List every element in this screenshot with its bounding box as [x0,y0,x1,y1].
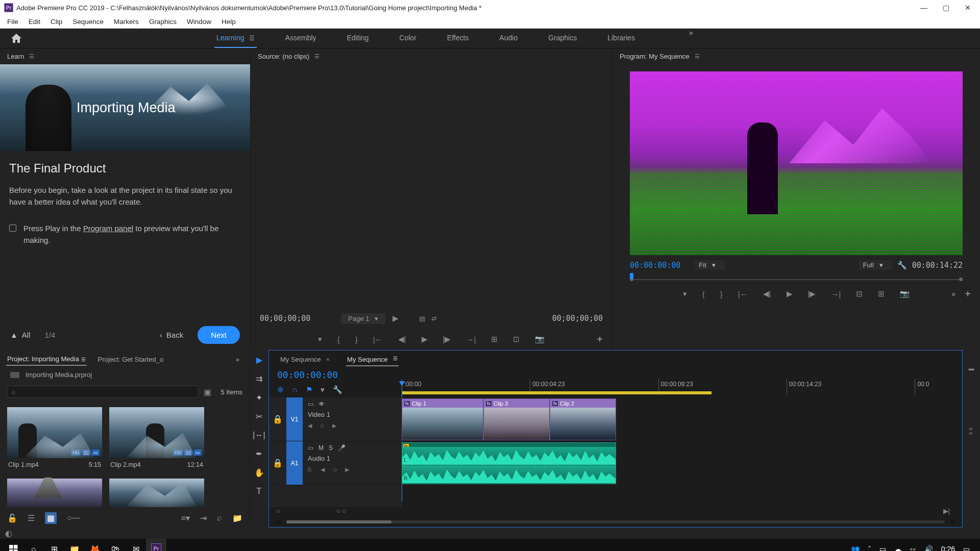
marker-icon[interactable]: ▾ [683,289,687,298]
slip-tool-icon[interactable]: |↔| [253,431,265,440]
source-viewport[interactable] [251,64,612,308]
settings-icon[interactable]: 🔧 [897,261,907,270]
marker-add-icon[interactable]: ⚑ [306,385,312,394]
program-panel-link[interactable]: Program panel [83,224,133,233]
marker-icon[interactable]: ▾ [321,385,325,394]
hand-tool-icon[interactable]: ✋ [254,468,264,478]
end-icon[interactable]: ▶| [943,507,950,515]
selection-tool-icon[interactable]: ▶ [256,355,262,365]
panel-menu-icon[interactable]: ☰ [695,53,700,60]
razor-tool-icon[interactable]: ✂ [256,412,262,421]
linked-selection-icon[interactable]: ∩ [292,385,298,394]
wifi-icon[interactable]: ⚍ [910,545,916,551]
play-icon[interactable]: ▶ [787,289,793,298]
tray-chevron-icon[interactable]: ˄ [868,545,871,551]
play-icon[interactable]: ▶ [422,335,428,344]
sort-icon[interactable]: ≡▾ [181,513,190,523]
menu-clip[interactable]: Clip [46,17,66,27]
close-button[interactable]: ✕ [965,4,971,12]
insert-icon[interactable]: ⊞ [491,335,498,344]
resolution-selector[interactable]: Full ▾ [859,260,892,270]
menu-file[interactable]: File [3,17,22,27]
menu-graphics[interactable]: Graphics [145,17,181,27]
step-fwd-icon[interactable]: |▶ [808,289,816,298]
sequence-tab-2[interactable]: My Sequence☰ [346,354,399,366]
in-bracket-icon[interactable]: { [702,290,705,298]
overwrite-icon[interactable]: ⊡ [513,335,520,344]
step-back-icon[interactable]: ◀| [398,335,406,344]
program-viewport[interactable] [630,71,963,255]
button-editor-icon[interactable]: + [597,334,603,345]
snap-icon[interactable]: ❊ [277,385,284,394]
pen-tool-icon[interactable]: ✒ [256,449,262,459]
onedrive-icon[interactable]: ☁ [894,545,901,551]
tutorial-next-button[interactable]: Next [198,326,240,344]
menu-markers[interactable]: Markers [110,17,143,27]
project-bin[interactable]: HD▯▯▭ Clip 1.mp45:15 HD▯▯▭ Clip 2.mp412:… [0,400,250,514]
workspace-assembly[interactable]: Assembly [283,29,318,48]
workspace-graphics[interactable]: Graphics [546,29,579,48]
step-fwd-icon[interactable]: |▶ [443,335,451,344]
timeline-zoom-scroll[interactable]: ○○ [269,517,962,527]
export-frame-icon[interactable]: 📷 [535,335,545,344]
button-editor-icon[interactable]: + [965,288,971,300]
workspace-overflow[interactable]: » [689,29,693,48]
menu-sequence[interactable]: Sequence [68,17,108,27]
file-explorer-icon[interactable]: 📁 [64,539,85,551]
play-icon[interactable]: ▶ [393,314,399,323]
video-track-header[interactable]: 🔒 V1 ▭👁 Video 1 ◀◇▶ [269,397,402,441]
workspace-editing[interactable]: Editing [345,29,371,48]
solo-s[interactable]: S [329,444,333,452]
panel-menu-icon[interactable]: ☰ [29,53,34,60]
home-button[interactable] [7,31,26,45]
timeline-audio-clip[interactable]: L R [402,442,616,484]
mute-m[interactable]: M [318,444,324,452]
timeline-clip[interactable]: fxClip 3 [483,398,550,440]
voice-icon[interactable]: 🎤 [338,444,346,452]
task-view-icon[interactable]: ⊞ [44,539,64,551]
list-icon[interactable]: ▤ [419,315,425,322]
a1-source-patch[interactable]: A1 [286,441,303,485]
filter-bin-icon[interactable]: ▣ [204,387,211,397]
zoom-fit-selector[interactable]: Fit ▾ [695,260,724,270]
workspace-audio[interactable]: Audio [497,29,520,48]
hamburger-icon[interactable]: ☰ [248,35,255,42]
audio-track-header[interactable]: 🔒 A1 ▭MS🎤 Audio 1 0.◀◇▶ [269,441,402,485]
automate-icon[interactable]: ⇥ [200,513,207,523]
clip-thumbnail[interactable]: HD▯▯▭ Clip 2.mp412:14 [109,407,204,471]
notifications-icon[interactable]: ▭ [963,545,970,551]
clip-thumbnail[interactable] [109,479,204,507]
find-icon[interactable]: ⌕ [217,513,222,522]
firefox-icon[interactable]: 🦊 [85,539,105,551]
v1-source-patch[interactable]: V1 [286,397,303,441]
menu-help[interactable]: Help [217,17,240,27]
timeline-clip[interactable]: fxClip 1 [402,398,483,440]
step-checkbox[interactable] [9,224,16,232]
page-selector[interactable]: Page 1▾ [341,313,385,324]
drag-icon[interactable]: ⇄ [431,315,437,322]
go-out-icon[interactable]: →| [831,290,841,298]
start-button[interactable] [3,539,23,551]
minimize-button[interactable]: — [920,4,927,12]
track-select-tool-icon[interactable]: ⇉ [256,374,262,384]
workspace-color[interactable]: Color [397,29,418,48]
clip-thumbnail[interactable]: HD▯▯▭ Clip 1.mp45:15 [7,407,102,471]
clip-thumbnail[interactable] [7,479,102,507]
overflow-icon[interactable]: » [951,290,955,298]
tab-overflow-icon[interactable]: » [236,356,239,363]
program-tc-current[interactable]: 00:00:00:00 [630,261,680,270]
timeline-clip[interactable]: fxClip 2 [550,398,616,440]
project-tab-2[interactable]: Project: Get Started_o [97,354,165,365]
go-out-icon[interactable]: →| [466,335,476,344]
menu-window[interactable]: Window [183,17,215,27]
search-icon[interactable]: ⌕ [23,539,44,551]
go-in-icon[interactable]: |← [373,335,383,344]
export-frame-icon[interactable]: 📷 [900,289,910,298]
cc-icon[interactable]: ◐ [5,529,12,538]
timeline-tc[interactable]: 00:00:00:00 [277,369,338,380]
out-bracket-icon[interactable]: } [720,290,723,298]
lift-icon[interactable]: ⊟ [856,289,863,298]
icon-view-icon[interactable]: ▦ [45,512,57,524]
store-icon[interactable]: 🛍 [105,539,126,551]
list-view-icon[interactable]: ☰ [28,513,35,523]
